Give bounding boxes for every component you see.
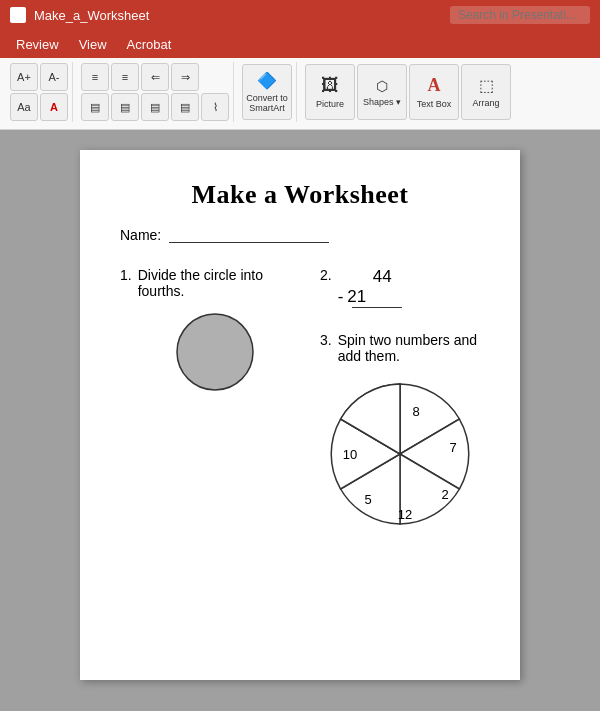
question-1: 1. Divide the circle into fourths. (120, 267, 310, 534)
q3-number: 3. (320, 332, 332, 364)
q2-number: 2. (320, 267, 332, 308)
slide: Make a Worksheet Name: 1. Divide the cir… (80, 150, 520, 680)
name-label: Name: (120, 227, 161, 243)
spinner-num-12: 12 (398, 507, 412, 522)
name-line: Name: (120, 226, 480, 243)
menu-review[interactable]: Review (6, 33, 69, 56)
spinner-container: 8 7 2 12 5 10 19 (320, 374, 480, 534)
q3-prompt: 3. Spin two numbers and add them. (320, 332, 480, 364)
ribbon-group-smartart: 🔷 Convert to SmartArt (238, 62, 297, 122)
increase-font-button[interactable]: A+ (10, 63, 38, 91)
spinner-num-8: 8 (412, 404, 419, 419)
spinner-svg: 8 7 2 12 5 10 19 (320, 374, 480, 534)
q2-underline (352, 307, 402, 308)
q2-q3-column: 2. 44 - 21 3. (320, 267, 480, 534)
content-area: Make a Worksheet Name: 1. Divide the cir… (0, 130, 600, 711)
decrease-font-button[interactable]: A- (40, 63, 68, 91)
spinner-num-7: 7 (449, 440, 456, 455)
q1-text: Divide the circle into fourths. (138, 267, 310, 299)
q2-bottom: 21 (347, 287, 366, 307)
shapes-button[interactable]: ⬡ Shapes ▾ (357, 64, 407, 120)
spinner-num-5: 5 (364, 492, 371, 507)
align-left-button[interactable]: ▤ (81, 93, 109, 121)
title-bar: Make_a_Worksheet (0, 0, 600, 30)
file-icon (10, 7, 26, 23)
q2-math: 44 - 21 (338, 267, 402, 308)
q3-text: Spin two numbers and add them. (338, 332, 480, 364)
q2-top: 44 (338, 267, 392, 287)
ribbon-group-insert: 🖼 Picture ⬡ Shapes ▾ A Text Box ⬚ Arrang (301, 62, 515, 122)
textbox-button[interactable]: A Text Box (409, 64, 459, 120)
numbering-button[interactable]: ≡ (111, 63, 139, 91)
q2-bottom-row: - 21 (338, 287, 402, 307)
font-color-button[interactable]: A (40, 93, 68, 121)
ribbon: A+ A- Aa A ≡ ≡ ⇐ ⇒ ▤ ▤ ▤ ▤ ⌇ (0, 58, 600, 130)
ribbon-group-textsize: A+ A- Aa A (6, 62, 73, 122)
font-case-button[interactable]: Aa (10, 93, 38, 121)
align-right-button[interactable]: ▤ (141, 93, 169, 121)
q1-prompt: 1. Divide the circle into fourths. (120, 267, 310, 299)
q2-prompt: 2. 44 - 21 (320, 267, 480, 308)
question-3: 3. Spin two numbers and add them. (320, 332, 480, 534)
picture-button[interactable]: 🖼 Picture (305, 64, 355, 120)
increase-indent-button[interactable]: ⇒ (171, 63, 199, 91)
bullets-button[interactable]: ≡ (81, 63, 109, 91)
q1-number: 1. (120, 267, 132, 299)
svg-point-0 (177, 314, 253, 390)
questions-layout: 1. Divide the circle into fourths. 2. (120, 267, 480, 534)
arrange-button[interactable]: ⬚ Arrang (461, 64, 511, 120)
menu-bar: Review View Acrobat (0, 30, 600, 58)
spinner-num-10: 10 (343, 447, 357, 462)
spinner-num-2: 2 (441, 487, 448, 502)
search-input[interactable] (450, 6, 590, 24)
columns-button[interactable]: ⌇ (201, 93, 229, 121)
q1-circle-container (120, 307, 310, 397)
question-2: 2. 44 - 21 (320, 267, 480, 308)
name-underline (169, 226, 329, 243)
filename: Make_a_Worksheet (34, 8, 450, 23)
convert-smartart-button[interactable]: 🔷 Convert to SmartArt (242, 64, 292, 120)
q2-operator: - (338, 287, 344, 307)
menu-acrobat[interactable]: Acrobat (117, 33, 182, 56)
justify-button[interactable]: ▤ (171, 93, 199, 121)
decrease-indent-button[interactable]: ⇐ (141, 63, 169, 91)
plain-circle-svg (170, 307, 260, 397)
ribbon-group-paragraph: ≡ ≡ ⇐ ⇒ ▤ ▤ ▤ ▤ ⌇ (77, 62, 234, 122)
align-center-button[interactable]: ▤ (111, 93, 139, 121)
slide-title: Make a Worksheet (120, 180, 480, 210)
menu-view[interactable]: View (69, 33, 117, 56)
